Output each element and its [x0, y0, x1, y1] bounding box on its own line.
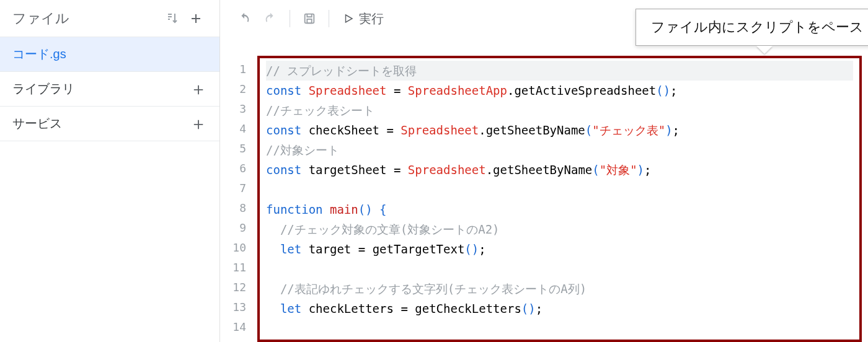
line-number: 3: [220, 99, 246, 119]
save-button[interactable]: [298, 8, 321, 29]
libraries-item[interactable]: ライブラリ ＋: [0, 72, 219, 107]
main-area: ファイル内にスクリプトをペースト 実行 1234567891011121314 …: [220, 0, 868, 342]
code-line[interactable]: [266, 180, 853, 200]
services-label: サービス: [12, 115, 190, 132]
code-line[interactable]: // スプレッドシートを取得: [266, 61, 853, 81]
code-line[interactable]: [266, 318, 853, 338]
line-number: 1: [220, 59, 246, 79]
line-number: 13: [220, 297, 246, 317]
toolbar-separator: [290, 10, 290, 27]
line-number: 14: [220, 317, 246, 337]
file-item-code-gs[interactable]: コード.gs: [0, 37, 219, 72]
run-button-label: 実行: [359, 11, 384, 27]
add-service-icon[interactable]: ＋: [190, 115, 207, 133]
code-line[interactable]: function main() {: [266, 200, 853, 219]
code-area[interactable]: // スプレッドシートを取得const Spreadsheet = Spread…: [257, 56, 862, 342]
sort-az-icon[interactable]: [162, 7, 185, 30]
code-line[interactable]: const Spreadsheet = SpreadsheetApp.getAc…: [266, 81, 853, 100]
line-number: 2: [220, 79, 246, 99]
annotation-callout: ファイル内にスクリプトをペースト: [636, 9, 868, 46]
code-line[interactable]: //チェック対象の文章(対象シートのA2): [266, 219, 853, 239]
line-number: 12: [220, 278, 246, 297]
file-item-label: コード.gs: [12, 46, 207, 63]
code-line[interactable]: const checkSheet = Spreadsheet.getSheetB…: [266, 120, 853, 140]
line-number: 5: [220, 139, 246, 159]
code-line[interactable]: let target = getTargetText();: [266, 239, 853, 259]
code-line[interactable]: //表記ゆれチェックする文字列(チェック表シートのA列): [266, 279, 853, 299]
editor[interactable]: 1234567891011121314 // スプレッドシートを取得const …: [220, 37, 868, 342]
code-line[interactable]: //チェック表シート: [266, 100, 853, 120]
line-number: 11: [220, 258, 246, 278]
line-number: 6: [220, 159, 246, 178]
line-number: 9: [220, 218, 246, 238]
code-line[interactable]: let checkLetters = getCheckLetters();: [266, 299, 853, 318]
line-number: 7: [220, 178, 246, 198]
annotation-arrow-icon: [756, 46, 773, 54]
code-line[interactable]: [266, 259, 853, 279]
line-number: 8: [220, 198, 246, 218]
code-line[interactable]: const targetSheet = Spreadsheet.getSheet…: [266, 160, 853, 180]
annotation-text: ファイル内にスクリプトをペースト: [636, 9, 868, 46]
line-number: 4: [220, 119, 246, 139]
sidebar-title: ファイル: [12, 9, 162, 28]
services-item[interactable]: サービス ＋: [0, 107, 219, 141]
sidebar: ファイル コード.gs ライブラリ ＋ サービス ＋: [0, 0, 220, 342]
code-line[interactable]: //対象シート: [266, 140, 853, 160]
sidebar-header: ファイル: [0, 0, 219, 37]
undo-button[interactable]: [232, 8, 256, 29]
libraries-label: ライブラリ: [12, 81, 190, 97]
toolbar-separator: [329, 10, 329, 27]
run-button[interactable]: 実行: [337, 7, 390, 31]
svg-rect-1: [307, 19, 311, 23]
line-number: 10: [220, 238, 246, 258]
add-file-icon[interactable]: [185, 7, 207, 30]
line-number-gutter: 1234567891011121314: [220, 56, 257, 342]
redo-button[interactable]: [259, 8, 282, 29]
add-library-icon[interactable]: ＋: [190, 81, 207, 98]
